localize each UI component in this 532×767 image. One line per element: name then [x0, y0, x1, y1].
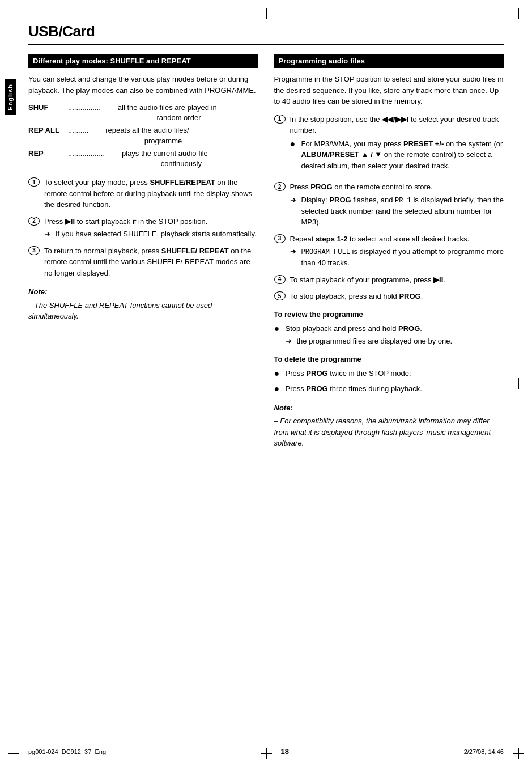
- right-step-1-body: In the stop position, use the ◀◀/▶▶I to …: [290, 114, 504, 176]
- bullet-icon-1: ●: [290, 138, 301, 172]
- corner-mark-mr: [513, 378, 524, 389]
- right-step-4: 4 To start playback of your programme, p…: [274, 274, 504, 286]
- left-step-1: 1 To select your play mode, press SHUFFL…: [28, 177, 258, 210]
- left-step-3: 3 To return to normal playback, press SH…: [28, 245, 258, 279]
- def-row-repall: REP ALL .......... repeats all the audio…: [28, 125, 258, 146]
- review-arrow-text: the programmed files are displayed one b…: [297, 336, 453, 347]
- definitions-table: SHUF ................ all the audio file…: [28, 103, 258, 169]
- right-step-2-arrow-text: Display: PROG flashes, and PR 1 is displ…: [301, 194, 504, 228]
- delete-bullet-1-text: Press PROG twice in the STOP mode;: [286, 368, 411, 379]
- delete-bullet-2-text: Press PROG three times during playback.: [286, 383, 422, 395]
- corner-mark-ml: [8, 378, 19, 389]
- left-step-2-body: Press ▶II to start playback if in the ST…: [44, 216, 258, 240]
- right-step-3-arrow: ➜ PROGRAM FULL is displayed if you attem…: [290, 246, 504, 269]
- right-step-number-1: 1: [274, 115, 286, 124]
- left-note-text: – The SHUFFLE and REPEAT functions canno…: [28, 300, 258, 322]
- right-section-heading: Programming audio files: [274, 54, 504, 68]
- right-note: Note: – For compatibility reasons, the a…: [274, 402, 504, 449]
- corner-mark-tl: [8, 8, 19, 19]
- review-heading: To review the programme: [274, 310, 504, 319]
- footer-right: 2/27/08, 14:46: [464, 748, 504, 755]
- right-step-number-2: 2: [274, 182, 286, 191]
- right-step-2-arrow: ➜ Display: PROG flashes, and PR 1 is dis…: [290, 194, 504, 228]
- def-desc-rep: plays the current audio file continuousl…: [105, 149, 258, 169]
- right-step-1-bullet-text: For MP3/WMA, you may press PRESET +/- on…: [301, 138, 504, 172]
- main-content: Different play modes: SHUFFLE and REPEAT…: [28, 54, 504, 449]
- right-step-number-4: 4: [274, 275, 286, 284]
- corner-mark-br: [513, 748, 524, 759]
- step-number-3: 3: [28, 246, 40, 255]
- left-step-2: 2 Press ▶II to start playback if in the …: [28, 216, 258, 240]
- left-note: Note: – The SHUFFLE and REPEAT functions…: [28, 286, 258, 322]
- right-note-text: – For compatibility reasons, the album/t…: [274, 416, 504, 449]
- corner-mark-tc: [261, 8, 272, 19]
- bullet-icon-delete-2: ●: [274, 383, 286, 395]
- page-number: 18: [281, 747, 289, 756]
- def-dots-rep: ..................: [68, 149, 105, 169]
- def-row-rep: REP .................. plays the current…: [28, 149, 258, 169]
- corner-mark-tr: [513, 8, 524, 19]
- page-footer: pg001-024_DC912_37_Eng 18 2/27/08, 14:46: [28, 747, 504, 756]
- right-intro: Programme in the STOP position to select…: [274, 74, 504, 107]
- delete-heading: To delete the programme: [274, 355, 504, 363]
- right-step-4-body: To start playback of your programme, pre…: [290, 274, 504, 286]
- corner-mark-bl: [8, 748, 19, 759]
- right-column: Programming audio files Programme in the…: [274, 54, 504, 449]
- arrow-icon-r3: ➜: [290, 246, 301, 269]
- def-desc-repall: repeats all the audio files/ programme: [88, 125, 258, 146]
- right-step-1-bullet: ● For MP3/WMA, you may press PRESET +/- …: [290, 138, 504, 172]
- language-tab: English: [5, 79, 16, 115]
- left-intro: You can select and change the various pl…: [28, 74, 258, 96]
- bullet-icon-review: ●: [274, 323, 286, 347]
- def-term-repall: REP ALL: [28, 125, 68, 146]
- right-step-1: 1 In the stop position, use the ◀◀/▶▶I t…: [274, 114, 504, 176]
- def-term-shuf: SHUF: [28, 103, 68, 123]
- page-title: USB/Card: [28, 23, 95, 40]
- right-step-3-body: Repeat steps 1-2 to select and store all…: [290, 234, 504, 269]
- right-step-number-5: 5: [274, 291, 286, 300]
- arrow-icon-2: ➜: [44, 228, 56, 240]
- right-step-3-arrow-text: PROGRAM FULL is displayed if you attempt…: [301, 246, 504, 269]
- delete-bullet-1: ● Press PROG twice in the STOP mode;: [274, 368, 504, 379]
- step-number-1: 1: [28, 177, 40, 187]
- left-column: Different play modes: SHUFFLE and REPEAT…: [28, 54, 258, 449]
- left-step-3-body: To return to normal playback, press SHUF…: [44, 245, 258, 279]
- left-note-title: Note:: [28, 286, 258, 298]
- right-step-5-body: To stop playback, press and hold PROG.: [290, 291, 504, 302]
- review-arrow: ➜ the programmed files are displayed one…: [286, 336, 453, 347]
- arrow-icon-r2: ➜: [290, 194, 301, 228]
- footer-left: pg001-024_DC912_37_Eng: [28, 748, 106, 755]
- def-dots-repall: ..........: [68, 125, 88, 146]
- left-section-heading: Different play modes: SHUFFLE and REPEAT: [28, 54, 258, 68]
- step-number-2: 2: [28, 217, 40, 226]
- bullet-icon-delete-1: ●: [274, 368, 286, 379]
- def-desc-shuf: all the audio files are played in random…: [101, 103, 258, 123]
- def-term-rep: REP: [28, 149, 68, 169]
- right-step-5: 5 To stop playback, press and hold PROG.: [274, 291, 504, 302]
- right-step-3: 3 Repeat steps 1-2 to select and store a…: [274, 234, 504, 269]
- right-step-2-body: Press PROG on the remote control to stor…: [290, 181, 504, 228]
- review-bullet-1: ● Stop playback and press and hold PROG.…: [274, 323, 504, 347]
- review-bullet-1-body: Stop playback and press and hold PROG. ➜…: [286, 323, 453, 347]
- right-step-number-3: 3: [274, 234, 286, 243]
- right-step-2: 2 Press PROG on the remote control to st…: [274, 181, 504, 228]
- delete-bullet-2: ● Press PROG three times during playback…: [274, 383, 504, 395]
- left-step-2-arrow: ➜ If you have selected SHUFFLE, playback…: [44, 228, 258, 240]
- left-step-1-body: To select your play mode, press SHUFFLE/…: [44, 177, 258, 210]
- def-dots-shuf: ................: [68, 103, 101, 123]
- arrow-icon-review: ➜: [286, 336, 297, 347]
- def-row-shuf: SHUF ................ all the audio file…: [28, 103, 258, 123]
- right-note-title: Note:: [274, 402, 504, 414]
- page-header: USB/Card: [28, 23, 504, 45]
- left-step-2-arrow-text: If you have selected SHUFFLE, playback s…: [56, 228, 257, 240]
